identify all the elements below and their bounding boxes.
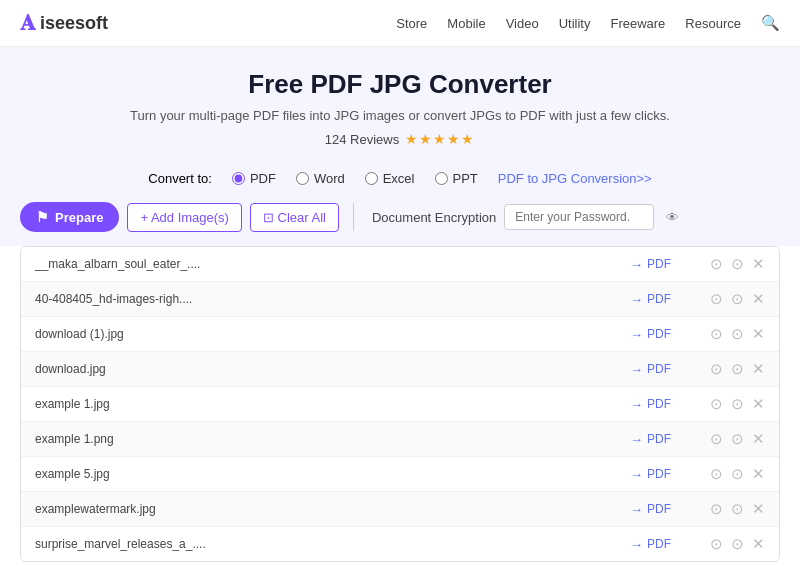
arrow-icon: → — [630, 432, 643, 447]
toolbar-divider — [353, 203, 354, 231]
conversion-target: → PDF — [630, 537, 710, 552]
add-images-button[interactable]: + Add Image(s) — [127, 203, 242, 232]
settings-icon[interactable]: ⊙ — [710, 325, 723, 343]
check-icon[interactable]: ⊙ — [731, 325, 744, 343]
table-row: surprise_marvel_releases_a_.... → PDF ⊙ … — [21, 527, 779, 561]
conversion-target: → PDF — [630, 362, 710, 377]
nav-resource[interactable]: Resource — [685, 16, 741, 31]
file-name: download (1).jpg — [35, 327, 630, 341]
table-row: download.jpg → PDF ⊙ ⊙ ✕ — [21, 352, 779, 387]
encryption-label: Document Encryption — [372, 210, 496, 225]
convert-to-label: Convert to: — [148, 171, 212, 186]
check-icon[interactable]: ⊙ — [731, 465, 744, 483]
row-actions: ⊙ ⊙ ✕ — [710, 500, 765, 518]
close-icon[interactable]: ✕ — [752, 430, 765, 448]
radio-pdf[interactable]: PDF — [232, 171, 276, 186]
table-row: example 1.png → PDF ⊙ ⊙ ✕ — [21, 422, 779, 457]
check-icon[interactable]: ⊙ — [731, 360, 744, 378]
table-row: example 1.jpg → PDF ⊙ ⊙ ✕ — [21, 387, 779, 422]
header: 𝐀 iseesoft Store Mobile Video Utility Fr… — [0, 0, 800, 47]
close-icon[interactable]: ✕ — [752, 465, 765, 483]
nav-utility[interactable]: Utility — [559, 16, 591, 31]
row-actions: ⊙ ⊙ ✕ — [710, 290, 765, 308]
hero-section: Free PDF JPG Converter Turn your multi-p… — [0, 47, 800, 161]
close-icon[interactable]: ✕ — [752, 395, 765, 413]
toolbar: ⚑ Prepare + Add Image(s) ⊡ Clear All Doc… — [0, 202, 800, 246]
radio-ppt[interactable]: PPT — [435, 171, 478, 186]
search-icon[interactable]: 🔍 — [761, 14, 780, 32]
conversion-target: → PDF — [630, 292, 710, 307]
settings-icon[interactable]: ⊙ — [710, 500, 723, 518]
logo: 𝐀 iseesoft — [20, 10, 108, 36]
check-icon[interactable]: ⊙ — [731, 290, 744, 308]
logo-icon: 𝐀 — [20, 10, 36, 36]
star-rating: ★★★★★ — [405, 131, 475, 147]
target-format: PDF — [647, 467, 671, 481]
row-actions: ⊙ ⊙ ✕ — [710, 395, 765, 413]
table-row: download (1).jpg → PDF ⊙ ⊙ ✕ — [21, 317, 779, 352]
row-actions: ⊙ ⊙ ✕ — [710, 430, 765, 448]
file-list: __maka_albarn_soul_eater_.... → PDF ⊙ ⊙ … — [20, 246, 780, 562]
check-icon[interactable]: ⊙ — [731, 255, 744, 273]
check-icon[interactable]: ⊙ — [731, 395, 744, 413]
target-format: PDF — [647, 362, 671, 376]
nav-mobile[interactable]: Mobile — [447, 16, 485, 31]
flag-icon: ⚑ — [36, 209, 49, 225]
close-icon[interactable]: ✕ — [752, 325, 765, 343]
row-actions: ⊙ ⊙ ✕ — [710, 360, 765, 378]
radio-word[interactable]: Word — [296, 171, 345, 186]
file-name: example 1.jpg — [35, 397, 630, 411]
conversion-target: → PDF — [630, 502, 710, 517]
main-nav: Store Mobile Video Utility Freeware Reso… — [396, 14, 780, 32]
hero-subtitle: Turn your multi-page PDF files into JPG … — [20, 108, 780, 123]
settings-icon[interactable]: ⊙ — [710, 255, 723, 273]
arrow-icon: → — [630, 292, 643, 307]
table-row: examplewatermark.jpg → PDF ⊙ ⊙ ✕ — [21, 492, 779, 527]
radio-excel[interactable]: Excel — [365, 171, 415, 186]
check-icon[interactable]: ⊙ — [731, 535, 744, 553]
conversion-target: → PDF — [630, 257, 710, 272]
check-icon[interactable]: ⊙ — [731, 500, 744, 518]
close-icon[interactable]: ✕ — [752, 360, 765, 378]
close-icon[interactable]: ✕ — [752, 500, 765, 518]
settings-icon[interactable]: ⊙ — [710, 395, 723, 413]
clear-all-button[interactable]: ⊡ Clear All — [250, 203, 339, 232]
file-name: __maka_albarn_soul_eater_.... — [35, 257, 630, 271]
target-format: PDF — [647, 432, 671, 446]
file-name: surprise_marvel_releases_a_.... — [35, 537, 630, 551]
close-icon[interactable]: ✕ — [752, 255, 765, 273]
settings-icon[interactable]: ⊙ — [710, 360, 723, 378]
settings-icon[interactable]: ⊙ — [710, 430, 723, 448]
target-format: PDF — [647, 292, 671, 306]
table-row: __maka_albarn_soul_eater_.... → PDF ⊙ ⊙ … — [21, 247, 779, 282]
settings-icon[interactable]: ⊙ — [710, 535, 723, 553]
row-actions: ⊙ ⊙ ✕ — [710, 465, 765, 483]
settings-icon[interactable]: ⊙ — [710, 290, 723, 308]
settings-icon[interactable]: ⊙ — [710, 465, 723, 483]
table-row: example 5.jpg → PDF ⊙ ⊙ ✕ — [21, 457, 779, 492]
row-actions: ⊙ ⊙ ✕ — [710, 325, 765, 343]
convert-to-bar: Convert to: PDF Word Excel PPT PDF to JP… — [0, 161, 800, 202]
eye-icon[interactable]: 👁 — [666, 210, 679, 225]
nav-store[interactable]: Store — [396, 16, 427, 31]
file-name: example 5.jpg — [35, 467, 630, 481]
nav-video[interactable]: Video — [506, 16, 539, 31]
check-icon[interactable]: ⊙ — [731, 430, 744, 448]
reviews-bar: 124 Reviews ★★★★★ — [20, 131, 780, 147]
conversion-target: → PDF — [630, 467, 710, 482]
nav-freeware[interactable]: Freeware — [610, 16, 665, 31]
close-icon[interactable]: ✕ — [752, 535, 765, 553]
page-title: Free PDF JPG Converter — [20, 69, 780, 100]
target-format: PDF — [647, 502, 671, 516]
file-name: example 1.png — [35, 432, 630, 446]
pdf-to-jpg-link[interactable]: PDF to JPG Conversion>> — [498, 171, 652, 186]
file-name: download.jpg — [35, 362, 630, 376]
file-name: examplewatermark.jpg — [35, 502, 630, 516]
arrow-icon: → — [630, 537, 643, 552]
prepare-button[interactable]: ⚑ Prepare — [20, 202, 119, 232]
arrow-icon: → — [630, 467, 643, 482]
arrow-icon: → — [630, 257, 643, 272]
password-input[interactable] — [504, 204, 654, 230]
row-actions: ⊙ ⊙ ✕ — [710, 535, 765, 553]
close-icon[interactable]: ✕ — [752, 290, 765, 308]
